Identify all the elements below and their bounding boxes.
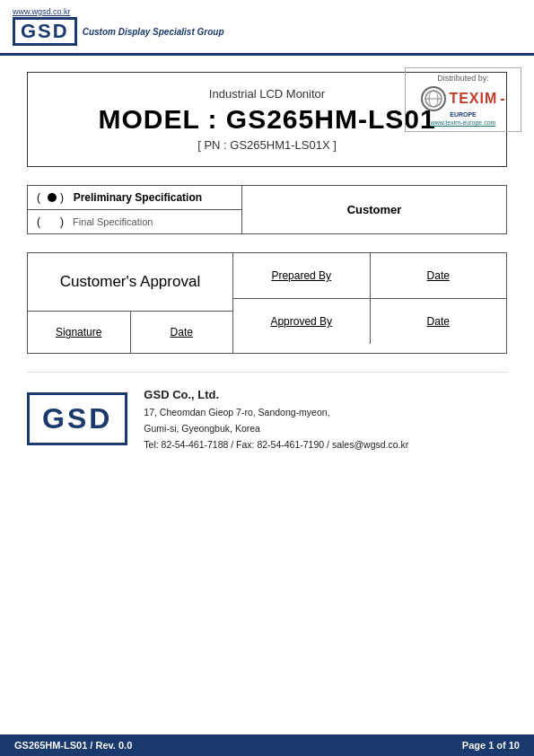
distributor-label: Distributed by: [415, 74, 512, 83]
address-line1: 17, Cheomdan Gieop 7-ro, Sandong-myeon, [144, 405, 408, 421]
prepared-approved-panel: Prepared By Date Approved By Date [233, 252, 507, 354]
texim-name: TEXIM [449, 91, 497, 107]
approved-date-label: Date [427, 315, 450, 328]
approval-title: Customer's Approval [60, 273, 200, 291]
texim-circle-icon [421, 86, 446, 111]
approval-title-row: Customer's Approval [28, 253, 232, 312]
footer-gsd-logo: GSD [27, 392, 127, 445]
spec-customer-cell: Customer [242, 185, 507, 234]
approval-section: Customer's Approval Signature Date Prepa… [27, 252, 507, 354]
texim-europe-label: EUROPE [415, 111, 512, 118]
bullet-icon [48, 193, 57, 202]
spec-left-panel: ( ) Preliminary Specification ( ) Final … [27, 185, 242, 234]
contact-info: Tel: 82-54-461-7188 / Fax: 82-54-461-719… [144, 437, 408, 453]
spec-row-preliminary: ( ) Preliminary Specification [28, 186, 241, 210]
preliminary-label: Preliminary Specification [67, 191, 202, 204]
page-footer: GS265HM-LS01 / Rev. 0.0 Page 1 of 10 [0, 734, 534, 756]
distributor-box: Distributed by: TEXIM - EUROPE www.texim… [405, 67, 521, 132]
texim-website: www.texim-europe.com [415, 119, 512, 126]
logo-tagline: Custom Display Specialist Group [83, 27, 224, 37]
signature-label: Signature [56, 326, 101, 338]
customer-label: Customer [347, 203, 402, 216]
company-name: GSD Co., Ltd. [144, 385, 408, 405]
approval-signature-row: Signature Date [28, 312, 232, 353]
approved-by-label: Approved By [270, 315, 332, 328]
prepared-date-label: Date [427, 269, 450, 282]
approved-by-cell: Approved By [233, 299, 371, 344]
model-pn: [ PN : GS265HM1-LS01X ] [46, 138, 488, 152]
spec-table: ( ) Preliminary Specification ( ) Final … [27, 185, 507, 234]
spec-row-final: ( ) Final Specification [28, 210, 241, 233]
page-number: Page 1 of 10 [462, 740, 520, 751]
empty-icon [48, 217, 57, 226]
approved-row: Approved By Date [233, 299, 506, 344]
signature-cell: Signature [28, 312, 131, 353]
footer-company-info: GSD Co., Ltd. 17, Cheomdan Gieop 7-ro, S… [144, 385, 408, 453]
page-header: www.wgsd.co.kr GSD Custom Display Specia… [0, 0, 534, 56]
gsd-logo-box: GSD [13, 17, 77, 46]
address-line2: Gumi-si, Gyeongbuk, Korea [144, 421, 408, 437]
prepared-date-cell: Date [371, 253, 507, 298]
signature-date-cell: Date [131, 312, 233, 353]
texim-logo: TEXIM - [415, 86, 512, 111]
footer-company: GSD GSD Co., Ltd. 17, Cheomdan Gieop 7-r… [27, 372, 507, 453]
customer-approval-panel: Customer's Approval Signature Date [27, 252, 233, 354]
texim-dash: - [500, 91, 504, 107]
logo-link[interactable]: www.wgsd.co.kr [13, 7, 224, 16]
company-logo: www.wgsd.co.kr GSD Custom Display Specia… [13, 7, 224, 46]
approved-date-cell: Date [371, 299, 507, 344]
prepared-row: Prepared By Date [233, 253, 506, 299]
final-label: Final Specification [67, 216, 153, 227]
prepared-by-cell: Prepared By [233, 253, 371, 298]
prepared-by-label: Prepared By [271, 269, 331, 282]
signature-date-label: Date [171, 326, 193, 338]
model-rev-label: GS265HM-LS01 / Rev. 0.0 [14, 740, 132, 751]
